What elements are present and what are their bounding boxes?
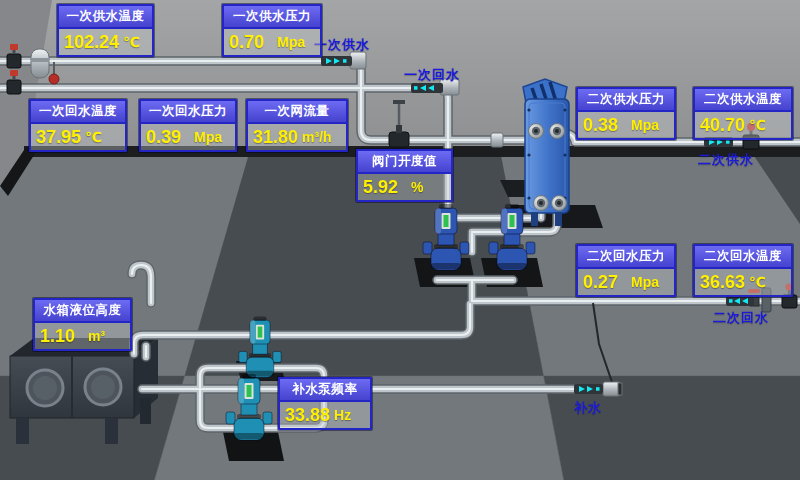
gauge-title: 二次供水温度 <box>695 89 791 112</box>
gauge-value: 0.70 <box>229 32 264 53</box>
gauge-value: 37.95 <box>36 127 81 148</box>
gauge-title: 一次回水压力 <box>141 101 235 124</box>
pipe-label-secondary-supply: 二次供水 <box>698 151 754 169</box>
gauge-value: 1.10 <box>40 326 75 347</box>
hmi-screen: 一次供水 一次回水 二次供水 二次回水 补水 一次供水温度 102.24℃ 一次… <box>0 0 800 480</box>
gauge-unit: Hz <box>334 407 351 423</box>
gauge-title: 补水泵频率 <box>280 379 370 402</box>
gauge-primary-return-pressure: 一次回水压力 0.39Mpa <box>139 99 237 152</box>
gauge-makeup-pump-frequency: 补水泵频率 33.88Hz <box>278 377 372 430</box>
gauge-value: 33.88 <box>285 405 330 426</box>
gauge-unit: % <box>411 179 423 195</box>
gauge-unit: ℃ <box>749 274 766 290</box>
gauge-title: 二次回水温度 <box>695 246 791 269</box>
gauge-unit: Mpa <box>631 274 659 290</box>
plate-heat-exchanger <box>523 79 569 226</box>
gauge-primary-supply-pressure: 一次供水压力 0.70Mpa <box>222 4 322 57</box>
pipe-label-secondary-return: 二次回水 <box>713 309 769 327</box>
plant-scene <box>0 0 800 480</box>
gauge-unit: ℃ <box>85 129 102 145</box>
gauge-unit: m³/h <box>302 129 332 145</box>
gauge-value: 0.39 <box>146 127 181 148</box>
gauge-primary-network-flow: 一次网流量 31.80m³/h <box>246 99 348 152</box>
gauge-unit: m³ <box>88 328 105 344</box>
pipe-label-makeup-water: 补水 <box>574 399 602 417</box>
gauge-value: 0.38 <box>583 115 618 136</box>
gauge-title: 一次供水压力 <box>224 6 320 29</box>
gauge-title: 二次回水压力 <box>578 246 674 269</box>
tank-leg <box>105 418 118 444</box>
gauge-secondary-supply-temp: 二次供水温度 40.70℃ <box>693 87 793 140</box>
gauge-value: 36.63 <box>700 272 745 293</box>
strainer <box>31 49 49 78</box>
pipe-label-primary-supply: 一次供水 <box>314 36 370 54</box>
pipe-label-primary-return: 一次回水 <box>404 66 460 84</box>
gauge-unit: ℃ <box>123 34 140 50</box>
gauge-valve-opening: 阀门开度值 5.92% <box>356 149 453 202</box>
gauge-unit: Mpa <box>631 117 659 133</box>
gauge-value: 0.27 <box>583 272 618 293</box>
makeup-riser-line <box>593 303 614 388</box>
gauge-title: 一次网流量 <box>248 101 346 124</box>
gauge-primary-return-temp: 一次回水温度 37.95℃ <box>29 99 127 152</box>
gauge-value: 102.24 <box>64 32 119 53</box>
gauge-value: 40.70 <box>700 115 745 136</box>
gauge-title: 一次回水温度 <box>31 101 125 124</box>
flow-arrows-makeup-icon <box>574 384 603 394</box>
gauge-title: 一次供水温度 <box>59 6 152 29</box>
gauge-secondary-supply-pressure: 二次供水压力 0.38Mpa <box>576 87 676 140</box>
gauge-secondary-return-pressure: 二次回水压力 0.27Mpa <box>576 244 676 297</box>
gauge-title: 阀门开度值 <box>358 151 451 174</box>
flow-arrows-primary-return-icon <box>411 83 443 93</box>
gauge-title: 水箱液位高度 <box>35 300 130 323</box>
gauge-secondary-return-temp: 二次回水温度 36.63℃ <box>693 244 793 297</box>
flow-arrows-primary-supply-icon <box>321 56 352 66</box>
gauge-tank-level: 水箱液位高度 1.10m³ <box>33 298 132 351</box>
flow-arrows-secondary-return-icon <box>726 296 754 306</box>
gauge-value: 31.80 <box>253 127 298 148</box>
gauge-unit: Mpa <box>277 34 305 50</box>
tank-leg <box>140 398 151 424</box>
gauge-unit: Mpa <box>194 129 222 145</box>
gauge-unit: ℃ <box>749 117 766 133</box>
gauge-value: 5.92 <box>363 177 398 198</box>
gauge-title: 二次供水压力 <box>578 89 674 112</box>
tank-leg <box>16 418 29 444</box>
gauge-primary-supply-temp: 一次供水温度 102.24℃ <box>57 4 154 57</box>
